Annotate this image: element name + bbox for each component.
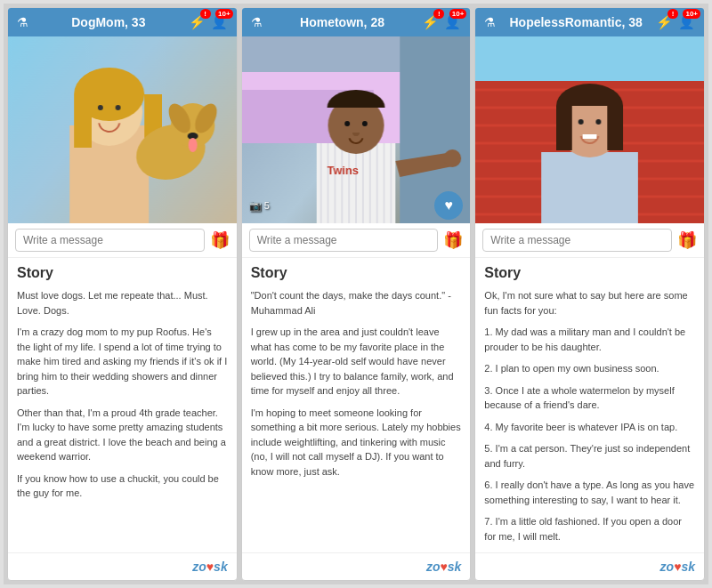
notification-badge: 10+	[683, 9, 700, 19]
zoosk-logo: zo♥sk	[426, 560, 461, 574]
story-paragraph: I grew up in the area and just couldn't …	[251, 325, 462, 399]
profile-photo: 📷 5♥	[242, 36, 471, 223]
filter-icon[interactable]: ⚗	[17, 15, 28, 29]
message-input[interactable]	[249, 229, 439, 252]
card-header: ⚗Hometown, 28⚡!👤10+	[242, 8, 471, 36]
boost-icon[interactable]: ⚡!	[422, 14, 439, 30]
card-footer: zo♥sk	[242, 552, 471, 580]
story-section: StoryMust love dogs. Let me repeate that…	[8, 258, 237, 552]
zoosk-heart-icon: ♥	[440, 560, 447, 574]
zoosk-logo: zo♥sk	[192, 560, 227, 574]
notification-badge: 10+	[449, 9, 467, 19]
profile-card-hopeless: ⚗HopelessRomantic, 38⚡!👤10+🎁StoryOk, I'm…	[474, 7, 705, 581]
card-footer: zo♥sk	[475, 552, 704, 580]
profile-card-dogmom: ⚗DogMom, 33⚡!👤10+🎁StoryMust love dogs. L…	[7, 7, 238, 581]
photo-stats: 📷 5	[249, 200, 270, 212]
gift-button[interactable]: 🎁	[210, 230, 230, 250]
profile-card-hometown: ⚗Hometown, 28⚡!👤10+📷 5♥🎁Story"Don't coun…	[241, 7, 472, 581]
zoosk-heart-icon: ♥	[206, 560, 214, 574]
boost-icon[interactable]: ⚡!	[189, 14, 206, 30]
filter-icon[interactable]: ⚗	[251, 15, 263, 29]
message-row: 🎁	[8, 223, 237, 258]
zoosk-heart-icon: ♥	[674, 560, 681, 574]
story-paragraph: 4. My favorite beer is whatever IPA is o…	[484, 420, 695, 435]
story-paragraph: I'm a crazy dog mom to my pup Roofus. He…	[17, 325, 228, 399]
story-text: Ok, I'm not sure what to say but here ar…	[484, 288, 695, 544]
like-button[interactable]: ♥	[434, 191, 463, 220]
story-text: Must love dogs. Let me repeate that... M…	[17, 288, 228, 501]
matches-icon[interactable]: 👤10+	[678, 14, 695, 30]
photo-overlay	[475, 216, 704, 223]
notification-badge: !	[668, 9, 678, 19]
notification-badge: 10+	[215, 9, 233, 19]
story-paragraph: I'm hoping to meet someone looking for s…	[251, 406, 462, 479]
card-header: ⚗DogMom, 33⚡!👤10+	[8, 8, 237, 36]
story-paragraph: Other than that, I'm a proud 4th grade t…	[17, 406, 228, 464]
story-paragraph: 6. I really don't have a type. As long a…	[484, 478, 695, 507]
story-paragraph: Must love dogs. Let me repeate that... M…	[17, 288, 228, 318]
story-title: Story	[17, 265, 228, 281]
story-section: Story"Don't count the days, make the day…	[242, 258, 471, 552]
message-input[interactable]	[482, 229, 672, 252]
story-paragraph: 1. My dad was a military man and I could…	[484, 325, 695, 354]
story-paragraph: If you know how to use a chuckit, you co…	[17, 471, 228, 501]
story-paragraph: Ok, I'm not sure what to say but here ar…	[484, 288, 695, 318]
story-paragraph: "Don't count the days, make the days cou…	[251, 288, 462, 318]
photo-overlay: 📷 5♥	[242, 188, 471, 223]
profile-photo	[475, 36, 704, 223]
story-paragraph: 2. I plan to open my own business soon.	[484, 361, 695, 376]
zoosk-logo: zo♥sk	[660, 560, 695, 574]
card-footer: zo♥sk	[8, 552, 237, 580]
story-paragraph: 3. Once I ate a whole watermelon by myse…	[484, 383, 695, 413]
message-row: 🎁	[475, 223, 704, 258]
boost-icon[interactable]: ⚡!	[656, 14, 673, 30]
story-paragraph: 5. I'm a cat person. They're just so ind…	[484, 441, 695, 471]
matches-icon[interactable]: 👤10+	[211, 14, 228, 30]
story-paragraph: 7. I'm a little old fashioned. If you op…	[484, 514, 695, 544]
profile-photo	[8, 36, 237, 223]
story-text: "Don't count the days, make the days cou…	[251, 288, 462, 479]
photo-overlay	[8, 216, 237, 223]
notification-badge: !	[433, 9, 444, 19]
profile-name: HopelessRomantic, 38	[496, 15, 656, 29]
profile-name: Hometown, 28	[263, 15, 423, 29]
notification-badge: !	[200, 9, 211, 19]
profile-name: DogMom, 33	[28, 15, 189, 29]
gift-button[interactable]: 🎁	[443, 230, 463, 250]
card-header: ⚗HopelessRomantic, 38⚡!👤10+	[475, 8, 704, 36]
story-title: Story	[484, 265, 695, 281]
filter-icon[interactable]: ⚗	[484, 15, 496, 29]
gift-button[interactable]: 🎁	[677, 230, 697, 250]
story-title: Story	[251, 265, 462, 281]
message-row: 🎁	[242, 223, 471, 258]
matches-icon[interactable]: 👤10+	[444, 14, 461, 30]
story-section: StoryOk, I'm not sure what to say but he…	[475, 258, 704, 552]
message-input[interactable]	[15, 229, 205, 252]
